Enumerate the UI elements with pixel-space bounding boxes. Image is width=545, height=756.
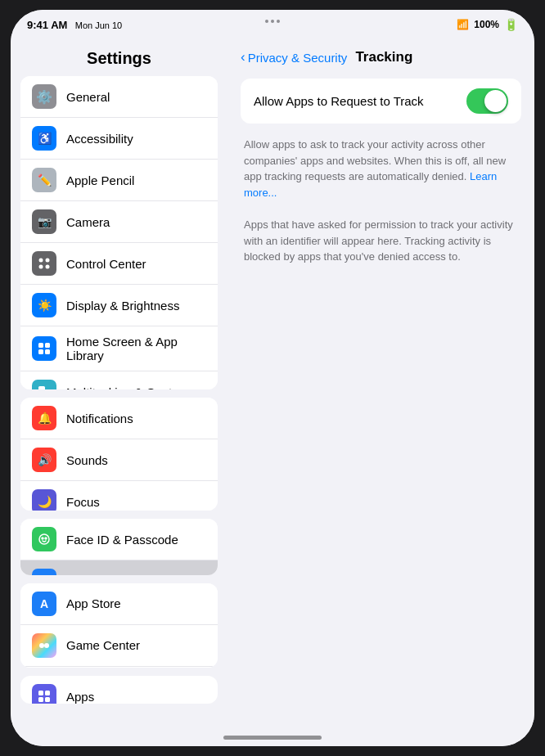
detail-content: Allow Apps to Request to Track Allow app… [227,72,534,728]
apps-icon [32,684,56,704]
svg-rect-4 [38,343,43,348]
status-right: 📶 100% 🔋 [457,18,518,31]
date: Mon Jun 10 [75,20,122,30]
detail-header: ‹ Privacy & Security Tracking [227,39,534,72]
svg-rect-6 [38,349,43,354]
camera-icon: 📷 [32,209,56,234]
top-dots [265,20,280,23]
svg-rect-8 [38,386,45,389]
sidebar-group-1: ⚙️ General ♿ Accessibility ✏️ Apple Penc… [20,76,218,389]
allow-tracking-row: Allow Apps to Request to Track [241,79,521,124]
sidebar-item-privacy-security[interactable]: Privacy & Security [20,560,218,575]
sidebar-group-2: 🔔 Notifications 🔊 Sounds 🌙 Focus [20,398,218,511]
sidebar-title: Settings [11,39,227,76]
game-center-icon [32,633,56,658]
svg-point-18 [39,643,44,648]
sidebar-item-apple-pencil[interactable]: ✏️ Apple Pencil [20,160,218,201]
sidebar-item-wallet[interactable]: Wallet & Apple Pay [20,667,218,668]
battery-level: 100% [474,19,499,30]
sidebar: Settings ⚙️ General ♿ Accessibility ✏️ A… [11,39,227,728]
face-id-icon [32,527,56,551]
general-icon: ⚙️ [32,84,56,109]
svg-point-16 [42,538,43,539]
accessibility-label: Accessibility [66,132,133,146]
sidebar-item-multitasking[interactable]: Multitasking & Gestures [20,371,218,389]
focus-label: Focus [66,495,100,509]
svg-point-17 [45,538,47,539]
home-bar [223,736,322,740]
face-id-label: Face ID & Passcode [66,533,178,547]
svg-point-1 [46,259,50,263]
sidebar-group-5: Apps [20,676,218,704]
back-button[interactable]: ‹ Privacy & Security [241,49,347,65]
apps-label: Apps [66,690,94,704]
allow-tracking-label: Allow Apps to Request to Track [254,94,466,108]
sidebar-item-general[interactable]: ⚙️ General [20,76,218,118]
control-center-label: Control Center [66,257,146,271]
display-label: Display & Brightness [66,299,179,313]
status-bar: 9:41 AM Mon Jun 10 📶 100% 🔋 [11,10,534,39]
game-center-label: Game Center [66,638,140,652]
app-store-label: App Store [66,596,121,610]
sidebar-group-3: Face ID & Passcode Privacy & Security [20,519,218,575]
sidebar-item-focus[interactable]: 🌙 Focus [20,481,218,511]
home-indicator [11,728,534,746]
main-layout: Settings ⚙️ General ♿ Accessibility ✏️ A… [11,39,534,728]
apple-pencil-icon: ✏️ [32,168,56,192]
sidebar-item-notifications[interactable]: 🔔 Notifications [20,398,218,439]
svg-point-15 [39,534,49,544]
home-screen-label: Home Screen & App Library [66,335,206,362]
back-label: Privacy & Security [248,51,348,65]
toggle-thumb [484,90,507,112]
battery-icon: 🔋 [504,18,518,31]
privacy-security-icon [32,569,56,575]
svg-rect-25 [38,697,43,702]
notifications-label: Notifications [66,412,133,425]
svg-point-3 [46,265,50,269]
multitasking-label: Multitasking & Gestures [66,385,196,390]
time: 9:41 AM [27,19,67,31]
svg-rect-26 [45,697,50,702]
description-1: Allow apps to ask to track your activity… [241,130,521,204]
sidebar-item-face-id[interactable]: Face ID & Passcode [20,519,218,560]
device-frame: 9:41 AM Mon Jun 10 📶 100% 🔋 Settings ⚙️ … [11,10,534,746]
sidebar-group-4: A App Store Game Center [20,583,218,668]
sounds-icon: 🔊 [32,448,56,472]
sounds-label: Sounds [66,453,108,467]
general-label: General [66,90,110,104]
back-chevron-icon: ‹ [241,49,245,65]
app-store-icon: A [32,592,56,616]
focus-icon: 🌙 [32,489,56,511]
sidebar-item-apps[interactable]: Apps [20,676,218,704]
sidebar-item-game-center[interactable]: Game Center [20,625,218,667]
accessibility-icon: ♿ [32,126,56,151]
camera-label: Camera [66,215,110,229]
apple-pencil-label: Apple Pencil [66,173,134,187]
svg-rect-24 [45,691,50,695]
svg-point-0 [39,259,43,263]
home-screen-icon [32,336,56,361]
sidebar-item-app-store[interactable]: A App Store [20,583,218,625]
svg-rect-23 [38,691,43,695]
sidebar-item-sounds[interactable]: 🔊 Sounds [20,439,218,481]
sidebar-item-accessibility[interactable]: ♿ Accessibility [20,118,218,160]
sidebar-item-display[interactable]: ☀️ Display & Brightness [20,285,218,326]
svg-point-2 [39,265,43,269]
privacy-security-label: Privacy & Security [66,574,166,575]
allow-tracking-toggle[interactable] [466,88,508,114]
svg-point-19 [44,643,49,648]
sidebar-item-camera[interactable]: 📷 Camera [20,201,218,243]
notifications-icon: 🔔 [32,406,56,430]
control-center-icon [32,251,56,276]
description-2: Apps that have asked for permission to t… [241,204,521,268]
svg-rect-7 [45,349,50,354]
sidebar-item-control-center[interactable]: Control Center [20,243,218,285]
wifi-icon: 📶 [457,19,469,30]
detail-title: Tracking [355,49,412,65]
display-icon: ☀️ [32,293,56,317]
description-text-1: Allow apps to ask to track your activity… [244,138,506,182]
sidebar-item-home-screen[interactable]: Home Screen & App Library [20,326,218,371]
status-left: 9:41 AM Mon Jun 10 [27,19,122,31]
svg-rect-5 [45,343,50,348]
detail-pane: ‹ Privacy & Security Tracking Allow Apps… [227,39,534,728]
